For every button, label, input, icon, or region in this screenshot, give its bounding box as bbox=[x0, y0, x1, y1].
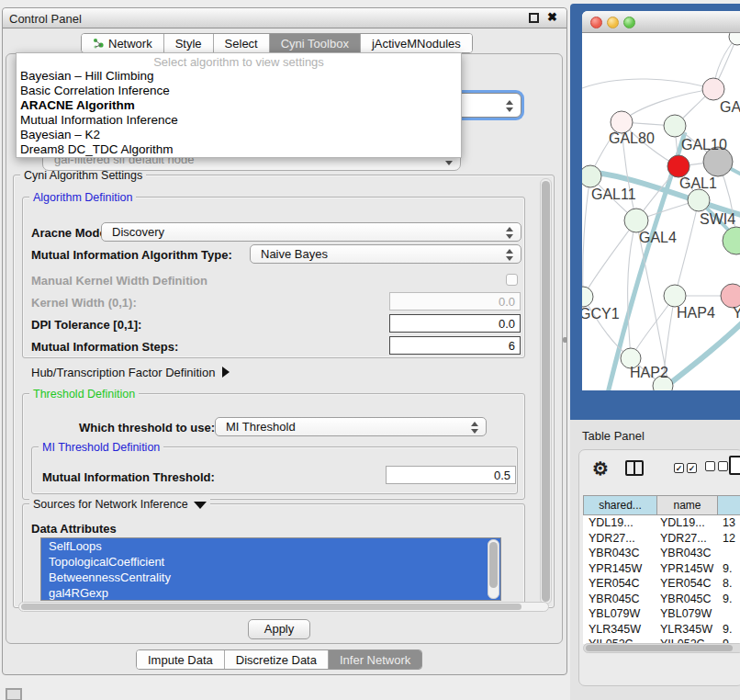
column-header-partial[interactable] bbox=[718, 495, 740, 515]
deselect-all-checkboxes-icon[interactable] bbox=[705, 460, 731, 474]
hub-definition-toggle[interactable]: Hub/Transcription Factor Definition bbox=[31, 366, 230, 379]
node-swi4[interactable] bbox=[688, 189, 710, 211]
which-threshold-combobox[interactable]: MI Threshold bbox=[215, 417, 487, 436]
popup-item-aracne[interactable]: ARACNE Algorithm bbox=[17, 98, 461, 113]
aracne-mode-combobox[interactable]: Discovery bbox=[101, 222, 521, 242]
list-item-betweennesscentrality[interactable]: BetweennessCentrality bbox=[41, 570, 500, 585]
column-chooser-icon[interactable] bbox=[625, 460, 644, 476]
table-row[interactable]: YBR045CYBR045C9. bbox=[583, 592, 740, 607]
tab-style-label: Style bbox=[175, 37, 202, 51]
tab-select-label: Select bbox=[225, 37, 258, 51]
list-item-topologicalcoefficient[interactable]: TopologicalCoefficient bbox=[41, 554, 500, 570]
list-item-gal4rgexp[interactable]: gal4RGexp bbox=[41, 585, 500, 601]
popup-item-mutual-information[interactable]: Mutual Information Inference bbox=[17, 113, 461, 128]
dpi-tolerance-field[interactable]: 0.0 bbox=[389, 314, 521, 333]
table-row[interactable]: YDL19...YDL19...13 bbox=[583, 515, 740, 531]
cyni-bottom-tabs: Impute Data Discretize Data Infer Networ… bbox=[136, 649, 422, 670]
node-gal1[interactable] bbox=[667, 155, 690, 177]
node-gcy1[interactable] bbox=[582, 287, 593, 307]
zoom-traffic-light-icon[interactable] bbox=[623, 17, 635, 28]
column-header-name[interactable]: name bbox=[657, 495, 718, 515]
popup-item-dream8[interactable]: Dream8 DC_TDC Algorithm bbox=[17, 142, 461, 157]
node-gal10[interactable] bbox=[664, 115, 686, 137]
tab-cyni-toolbox-label: Cyni Toolbox bbox=[281, 37, 349, 51]
popup-item-bayesian-k2[interactable]: Bayesian – K2 bbox=[17, 128, 461, 142]
network-icon bbox=[93, 38, 104, 49]
node-partial-top[interactable] bbox=[729, 33, 740, 45]
sources-title[interactable]: Sources for Network Inference bbox=[29, 498, 210, 511]
which-threshold-label: Which threshold to use: bbox=[79, 421, 215, 435]
network-canvas[interactable]: GAL GAL80 GAL10 GAL1 GAL11 SWI4 GAL4 GCY… bbox=[582, 33, 740, 390]
select-all-checkboxes-icon[interactable]: ✓✓ bbox=[674, 460, 700, 474]
gear-icon[interactable]: ⚙ bbox=[592, 457, 609, 480]
table-row[interactable]: YBR043CYBR043C bbox=[583, 546, 740, 561]
table-row[interactable]: YDR27...YDR27...12 bbox=[583, 531, 740, 547]
table-row[interactable]: YBL079WYBL079W bbox=[583, 606, 740, 622]
node-bright-green[interactable] bbox=[723, 227, 740, 254]
tab-jactivemnodules[interactable]: jActiveMNodules bbox=[361, 34, 472, 52]
kernel-width-field[interactable]: 0.0 bbox=[389, 292, 521, 310]
table-panel-box: ⚙ ✓✓ shared... name YDL19...YDL19...13 Y… bbox=[578, 449, 740, 686]
label-hap2: HAP2 bbox=[630, 365, 668, 380]
table-horizontal-scrollbar[interactable] bbox=[583, 643, 740, 653]
network-view-window[interactable]: GAL GAL80 GAL10 GAL1 GAL11 SWI4 GAL4 GCY… bbox=[582, 11, 740, 390]
node-gal-partial[interactable] bbox=[702, 78, 724, 100]
mi-threshold-label: Mutual Information Threshold: bbox=[42, 470, 215, 484]
mi-threshold-definition-title: MI Threshold Definition bbox=[39, 441, 163, 454]
table-row[interactable]: YLR345WYLR345W9. bbox=[583, 622, 740, 638]
sources-title-label: Sources for Network Inference bbox=[33, 498, 188, 511]
table-row[interactable]: YPR145WYPR145W9. bbox=[583, 561, 740, 577]
list-item-selfloops[interactable]: SelfLoops bbox=[41, 538, 500, 554]
popup-item-bayesian-hill-climbing[interactable]: Bayesian – Hill Climbing bbox=[17, 69, 461, 84]
tab-select[interactable]: Select bbox=[214, 34, 270, 52]
manual-kernel-width-checkbox[interactable] bbox=[506, 274, 518, 286]
settings-vertical-scrollbar[interactable] bbox=[540, 178, 552, 604]
node-gal11[interactable] bbox=[582, 165, 601, 187]
float-window-icon[interactable] bbox=[529, 13, 539, 23]
combobox-stepper-icon bbox=[470, 422, 478, 434]
tab-cyni-toolbox[interactable]: Cyni Toolbox bbox=[270, 34, 361, 52]
tab-style[interactable]: Style bbox=[164, 34, 214, 52]
document-icon[interactable] bbox=[729, 456, 740, 475]
apply-button[interactable]: Apply bbox=[248, 619, 310, 639]
label-gal11: GAL11 bbox=[591, 186, 636, 202]
mi-algorithm-type-value: Naive Bayes bbox=[261, 247, 328, 261]
label-gal-partial: GAL bbox=[720, 99, 740, 115]
popup-item-basic-correlation[interactable]: Basic Correlation Inference bbox=[17, 84, 461, 98]
label-y-partial: Y bbox=[733, 305, 740, 321]
data-attributes-list: SelfLoops TopologicalCoefficient Between… bbox=[40, 537, 501, 601]
splitter-handle[interactable] bbox=[563, 337, 567, 343]
combobox-stepper-icon bbox=[505, 249, 513, 261]
minimize-traffic-light-icon[interactable] bbox=[607, 17, 619, 28]
label-gcy1: GCY1 bbox=[582, 306, 620, 322]
tab-network-label: Network bbox=[108, 37, 152, 51]
network-window-titlebar[interactable] bbox=[582, 11, 740, 33]
collapsed-arrow-icon bbox=[222, 367, 230, 378]
tab-infer-network-label: Infer Network bbox=[340, 653, 410, 667]
column-header-shared[interactable]: shared... bbox=[583, 495, 657, 515]
close-traffic-light-icon[interactable] bbox=[590, 17, 602, 28]
popup-placeholder: Select algorithm to view settings bbox=[17, 53, 461, 69]
mi-algorithm-type-combobox[interactable]: Naive Bayes bbox=[250, 244, 521, 264]
algorithm-definition-title: Algorithm Definition bbox=[29, 191, 136, 204]
list-vertical-scrollbar[interactable] bbox=[488, 539, 499, 599]
table-panel-area: Table Panel ⚙ ✓✓ shared... name YDL19...… bbox=[570, 420, 740, 700]
tab-network[interactable]: Network bbox=[82, 34, 164, 52]
node-hap4[interactable] bbox=[664, 285, 686, 307]
tab-discretize-data[interactable]: Discretize Data bbox=[225, 650, 329, 669]
network-graph: GAL GAL80 GAL10 GAL1 GAL11 SWI4 GAL4 GCY… bbox=[582, 33, 740, 390]
mi-algorithm-type-label: Mutual Information Algorithm Type: bbox=[31, 248, 232, 262]
tab-infer-network[interactable]: Infer Network bbox=[329, 650, 421, 669]
mi-steps-field[interactable]: 6 bbox=[389, 336, 521, 355]
settings-horizontal-scrollbar[interactable] bbox=[18, 602, 549, 612]
minimized-panel-icon[interactable] bbox=[6, 688, 22, 700]
control-panel-titlebar[interactable]: Control Panel ✖ bbox=[3, 8, 566, 28]
expanded-arrow-icon bbox=[194, 502, 207, 509]
tab-impute-data-label: Impute Data bbox=[148, 653, 213, 667]
tab-impute-data[interactable]: Impute Data bbox=[137, 650, 225, 669]
app-screenshot: Control Panel ✖ Network Style Select Cyn… bbox=[0, 0, 740, 700]
mi-threshold-field[interactable]: 0.5 bbox=[386, 466, 516, 484]
close-icon[interactable]: ✖ bbox=[547, 10, 557, 24]
table-row[interactable]: YER054CYER054C8. bbox=[583, 576, 740, 592]
aracne-mode-value: Discovery bbox=[112, 225, 164, 239]
